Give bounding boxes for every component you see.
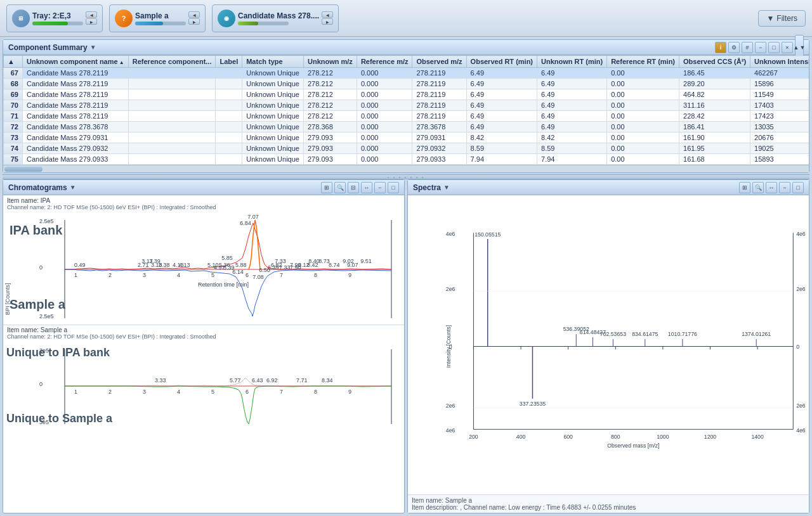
candidate-nav[interactable]: ◀ ▶ <box>322 11 333 25</box>
table-cell: Candidate Mass 278.2119 <box>23 111 129 122</box>
svg-text:4e6: 4e6 <box>796 427 806 434</box>
svg-text:4e6: 4e6 <box>796 231 806 237</box>
filters-button[interactable]: ▼ Filters <box>758 10 806 27</box>
col-label[interactable]: Label <box>216 56 242 68</box>
resize-handle[interactable]: • • • • • • • <box>3 174 809 179</box>
table-row[interactable]: 73Candidate Mass 279.0931Unknown Unique2… <box>4 132 809 143</box>
component-summary-dropdown[interactable]: ▼ <box>90 44 96 51</box>
table-cell: Unknown Unique <box>242 111 304 122</box>
table-row[interactable]: 75Candidate Mass 279.0933Unknown Unique2… <box>4 154 809 165</box>
col-ref-mz[interactable]: Reference m/z <box>357 56 412 68</box>
table-row[interactable]: 72Candidate Mass 278.3678Unknown Unique2… <box>4 122 809 132</box>
chrom-icon-1[interactable]: ⊞ <box>321 182 332 193</box>
svg-text:2: 2 <box>108 389 112 395</box>
panel-icon-maximize[interactable]: □ <box>768 42 780 53</box>
col-unknown-rt[interactable]: Unknown RT (min) <box>537 56 607 68</box>
spectra-panel-icons: ⊞ 🔍 ↔ − □ <box>739 182 804 193</box>
spectra-dropdown[interactable]: ▼ <box>443 184 450 191</box>
sample-next-btn[interactable]: ▶ <box>188 18 200 25</box>
col-unknown-intensity[interactable]: Unknown Intensity (Counts) <box>750 56 809 68</box>
table-cell: 6.49 <box>537 79 607 89</box>
candidate-prev-btn[interactable]: ◀ <box>322 11 333 18</box>
component-table-container[interactable]: ▲ Unknown component name Reference compo… <box>3 55 809 165</box>
tray-progress-fill <box>32 22 68 25</box>
chrom-icon-2[interactable]: 🔍 <box>334 182 346 193</box>
tray-prev-btn[interactable]: ◀ <box>86 11 97 18</box>
svg-text:Retention time [min]: Retention time [min] <box>198 281 249 288</box>
sample-nav[interactable]: ◀ ▶ <box>188 11 200 25</box>
chromatograms-dropdown[interactable]: ▼ <box>70 184 76 191</box>
table-row[interactable]: 70Candidate Mass 278.2119Unknown Unique2… <box>4 100 809 111</box>
table-cell: 0.000 <box>357 100 412 111</box>
svg-text:1010.71776: 1010.71776 <box>668 331 697 337</box>
col-ref-rt[interactable]: Reference RT (min) <box>607 56 679 68</box>
tray-section: ⊞ Tray: 2:E,3 ◀ ▶ <box>6 4 103 32</box>
candidate-next-btn[interactable]: ▶ <box>322 18 333 25</box>
chrom-icon-maximize[interactable]: □ <box>388 182 399 193</box>
spectra-icon-arrow[interactable]: ↔ <box>766 182 777 193</box>
table-cell: 278.368 <box>303 122 357 132</box>
svg-text:8.34: 8.34 <box>322 377 333 384</box>
table-row[interactable]: 69Candidate Mass 278.2119Unknown Unique2… <box>4 89 809 100</box>
col-obs-mz[interactable]: Observed m/z <box>412 56 466 68</box>
table-cell: 278.212 <box>303 68 357 79</box>
spectra-icon-2[interactable]: 🔍 <box>752 182 764 193</box>
svg-text:8: 8 <box>314 272 317 278</box>
svg-text:6.39: 6.39 <box>268 264 279 271</box>
scrollbar-thumb[interactable] <box>4 167 43 172</box>
chrom-sample-section: Item name: Sample a Channel name: 2: HD … <box>3 325 404 429</box>
svg-text:Intensity [Counts]: Intensity [Counts] <box>445 325 452 368</box>
spectra-icon-1[interactable]: ⊞ <box>739 182 750 193</box>
svg-text:7: 7 <box>280 389 283 395</box>
svg-text:2: 2 <box>108 272 112 278</box>
svg-text:9.51: 9.51 <box>360 258 372 264</box>
table-cell: 6.49 <box>537 68 607 79</box>
table-cell: Unknown Unique <box>242 143 304 154</box>
chromatogram-ipa-chart: IPA bank Sample a BPI [Counts] 2.5e5 0 2… <box>3 210 404 325</box>
col-match-type[interactable]: Match type <box>242 56 304 68</box>
component-summary-title: Component Summary <box>8 43 88 52</box>
horizontal-scrollbar[interactable] <box>3 165 809 172</box>
sample-prev-btn[interactable]: ◀ <box>188 11 200 18</box>
panel-icon-hash[interactable]: # <box>742 42 753 53</box>
main-content: Component Summary ▼ i ⚙ # − □ × ▲▼ ▲ Unk… <box>0 37 812 516</box>
table-row[interactable]: 68Candidate Mass 278.2119Unknown Unique2… <box>4 79 809 89</box>
svg-text:3: 3 <box>143 272 146 278</box>
svg-text:7.07: 7.07 <box>247 214 259 220</box>
svg-text:600: 600 <box>563 434 573 440</box>
chrom-icon-arrow[interactable]: ↔ <box>361 182 372 193</box>
sample-a-label: Sample a <box>10 297 65 312</box>
col-unknown-mz[interactable]: Unknown m/z <box>303 56 357 68</box>
panel-icon-close[interactable]: × <box>782 42 793 53</box>
col-sort[interactable]: ▲ <box>4 56 23 68</box>
spectra-icon-maximize[interactable]: □ <box>792 182 804 193</box>
sample-progress <box>135 22 186 25</box>
chromatograms-panel: Chromatograms ▼ ⊞ 🔍 ⊟ ↔ − □ Item name: I… <box>3 179 405 513</box>
table-cell <box>216 68 242 79</box>
svg-text:2e6: 2e6 <box>796 286 806 292</box>
chromatogram-sample-chart: Unique to IPA bank Unique to Sample a 3e… <box>3 340 404 429</box>
panel-icon-minimize[interactable]: − <box>755 42 766 53</box>
panel-icon-settings[interactable]: ⚙ <box>728 42 740 53</box>
tray-nav[interactable]: ◀ ▶ <box>86 11 97 25</box>
table-cell <box>128 68 216 79</box>
svg-text:6.92: 6.92 <box>266 377 278 384</box>
spectra-icon-minimize[interactable]: − <box>779 182 790 193</box>
table-cell: Unknown Unique <box>242 122 304 132</box>
panel-icon-info[interactable]: i <box>715 42 726 53</box>
chrom-icon-3[interactable]: ⊟ <box>348 182 359 193</box>
table-cell: 161.90 <box>679 132 750 143</box>
component-summary-header: Component Summary ▼ i ⚙ # − □ × ▲▼ <box>3 40 809 55</box>
col-name[interactable]: Unknown component name <box>23 56 129 68</box>
tray-next-btn[interactable]: ▶ <box>86 18 97 25</box>
chrom-icon-minimize[interactable]: − <box>374 182 386 193</box>
svg-text:7: 7 <box>280 272 283 278</box>
col-obs-rt[interactable]: Observed RT (min) <box>466 56 537 68</box>
svg-text:5: 5 <box>211 272 214 278</box>
col-ref[interactable]: Reference component... <box>128 56 216 68</box>
col-obs-ccs[interactable]: Observed CCS (Å²) <box>679 56 750 68</box>
table-row[interactable]: 67Candidate Mass 278.2119Unknown Unique2… <box>4 68 809 79</box>
table-row[interactable]: 71Candidate Mass 278.2119Unknown Unique2… <box>4 111 809 122</box>
table-row[interactable]: 74Candidate Mass 279.0932Unknown Unique2… <box>4 143 809 154</box>
table-body: 67Candidate Mass 278.2119Unknown Unique2… <box>4 68 809 165</box>
